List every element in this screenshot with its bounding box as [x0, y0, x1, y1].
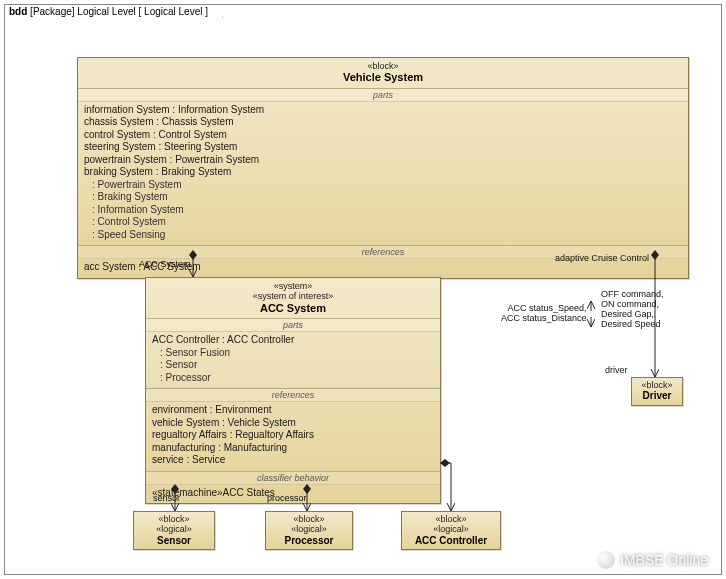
tab-prefix: bdd — [9, 6, 27, 17]
block-vehicle-system[interactable]: «block» Vehicle System parts information… — [77, 57, 689, 279]
watermark-icon — [597, 551, 615, 569]
stereotype-label: «system» — [150, 281, 436, 291]
ref-row: manufacturing : Manufacturing — [152, 442, 434, 455]
stereotype-label: «block» — [406, 514, 496, 524]
stereotype-label: «logical» — [270, 524, 348, 534]
edge-label-sensor: sensor — [153, 493, 180, 503]
part-row: braking System : Braking System — [84, 166, 682, 179]
edge-label-acc-system: ACC System — [139, 259, 191, 269]
compartment-title-parts: parts — [146, 319, 440, 332]
block-acc-controller[interactable]: «block» «logical» ACC Controller — [401, 511, 501, 550]
block-header: «block» «logical» Processor — [266, 512, 352, 549]
part-row: : Control System — [84, 216, 682, 229]
stereotype-label: «logical» — [138, 524, 210, 534]
edge-label-adaptive: adaptive Cruise Control — [555, 253, 649, 263]
ref-row: vehicle System : Vehicle System — [152, 417, 434, 430]
stereotype-label: «block» — [270, 514, 348, 524]
edge-label-driver: driver — [605, 365, 628, 375]
part-row: : Processor — [152, 372, 434, 385]
flow-line: Desired Speed — [601, 319, 664, 329]
part-row: : Information System — [84, 204, 682, 217]
part-row: ACC Controller : ACC Controller — [152, 334, 434, 347]
flow-line: ON command, — [601, 299, 664, 309]
block-title: ACC Controller — [406, 535, 496, 547]
compartment-title-refs: references — [146, 389, 440, 402]
stereotype-label: «block» — [82, 61, 684, 71]
compartment-parts: information System : Information System … — [78, 102, 688, 247]
watermark: iMBSE Online — [597, 551, 708, 569]
compartment-title-cb: classifier behavior — [146, 472, 440, 485]
compartment-refs: environment : Environment vehicle System… — [146, 402, 440, 472]
compartment-parts: ACC Controller : ACC Controller : Sensor… — [146, 332, 440, 389]
stereotype-label: «block» — [636, 380, 678, 390]
block-header: «block» «logical» Sensor — [134, 512, 214, 549]
stereotype-label: «logical» — [406, 524, 496, 534]
edge-label-flow-right: OFF command, ON command, Desired Gap, De… — [601, 289, 664, 329]
part-row: : Braking System — [84, 191, 682, 204]
block-title: Sensor — [138, 535, 210, 547]
part-row: : Powertrain System — [84, 179, 682, 192]
block-title: Driver — [636, 390, 678, 402]
block-header: «block» Driver — [632, 378, 682, 405]
part-row: : Speed Sensing — [84, 229, 682, 242]
block-header: «block» Vehicle System — [78, 58, 688, 89]
part-row: : Sensor Fusion — [152, 347, 434, 360]
stereotype-label: «block» — [138, 514, 210, 524]
ref-row: environment : Environment — [152, 404, 434, 417]
flow-line: OFF command, — [601, 289, 664, 299]
watermark-text: iMBSE Online — [621, 552, 708, 568]
flow-line: ACC status_Distance — [501, 313, 587, 323]
block-header: «system» «system of interest» ACC System — [146, 278, 440, 319]
tab-middle: [Package] Logical Level — [30, 6, 136, 17]
diagram-frame: bdd [Package] Logical Level [ Logical Le… — [4, 4, 722, 575]
edge-label-flow-left: ACC status_Speed, ACC status_Distance — [501, 303, 587, 323]
block-title: Processor — [270, 535, 348, 547]
ref-row: service : Service — [152, 454, 434, 467]
diagram-tab: bdd [Package] Logical Level [ Logical Le… — [4, 4, 223, 18]
ref-row: regualtory Affairs : Regualtory Affairs — [152, 429, 434, 442]
part-row: control System : Control System — [84, 129, 682, 142]
stereotype-label: «system of interest» — [150, 291, 436, 301]
block-header: «block» «logical» ACC Controller — [402, 512, 500, 549]
part-row: : Sensor — [152, 359, 434, 372]
part-row: chassis System : Chassis System — [84, 116, 682, 129]
diagram-canvas: «block» Vehicle System parts information… — [5, 19, 721, 574]
compartment-title-parts: parts — [78, 89, 688, 102]
flow-line: ACC status_Speed, — [501, 303, 587, 313]
block-driver[interactable]: «block» Driver — [631, 377, 683, 406]
block-processor[interactable]: «block» «logical» Processor — [265, 511, 353, 550]
block-title: Vehicle System — [82, 71, 684, 84]
part-row: information System : Information System — [84, 104, 682, 117]
block-title: ACC System — [150, 302, 436, 315]
edge-label-processor: processor — [267, 493, 307, 503]
block-sensor[interactable]: «block» «logical» Sensor — [133, 511, 215, 550]
tab-suffix: [ Logical Level ] — [139, 6, 209, 17]
flow-line: Desired Gap, — [601, 309, 664, 319]
part-row: powertrain System : Powertrain System — [84, 154, 682, 167]
part-row: steering System : Steering System — [84, 141, 682, 154]
block-acc-system[interactable]: «system» «system of interest» ACC System… — [145, 277, 441, 504]
